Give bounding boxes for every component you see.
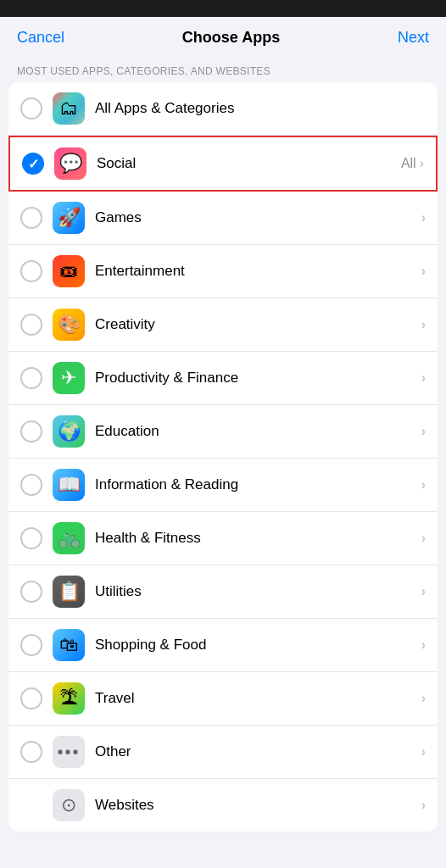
radio-education[interactable] bbox=[20, 420, 42, 442]
entertainment-icon: 🎟 bbox=[59, 260, 78, 282]
chevron-entertainment: › bbox=[421, 264, 426, 279]
list-item-information[interactable]: 📖 Information & Reading › bbox=[8, 459, 438, 512]
page-title: Choose Apps bbox=[182, 29, 280, 47]
label-social: Social bbox=[97, 155, 401, 172]
list-item-games[interactable]: 🚀 Games › bbox=[8, 192, 438, 245]
chevron-health: › bbox=[421, 531, 426, 546]
label-other: Other bbox=[95, 743, 421, 760]
icon-wrapper-games: 🚀 bbox=[53, 202, 85, 234]
label-all-apps: All Apps & Categories bbox=[95, 100, 426, 117]
compass-icon: ⊙ bbox=[61, 794, 76, 816]
icon-wrapper-websites: ⊙ bbox=[53, 789, 85, 821]
section-header: MOST USED APPS, CATEGORIES, AND WEBSITES bbox=[0, 55, 446, 82]
all-apps-icon: 🗂 bbox=[59, 97, 78, 120]
icon-wrapper-creativity: 🎨 bbox=[53, 309, 85, 341]
travel-icon: 🏝 bbox=[59, 687, 78, 709]
list-item-entertainment[interactable]: 🎟 Entertainment › bbox=[8, 245, 438, 298]
radio-information[interactable] bbox=[20, 474, 42, 496]
radio-shopping[interactable] bbox=[20, 634, 42, 656]
list-item-travel[interactable]: 🏝 Travel › bbox=[8, 672, 438, 726]
status-bar bbox=[0, 0, 446, 17]
label-websites: Websites bbox=[95, 797, 421, 814]
chevron-websites: › bbox=[421, 798, 426, 813]
list-item-health[interactable]: 🚲 Health & Fitness › bbox=[8, 512, 438, 565]
chevron-utilities: › bbox=[421, 584, 426, 599]
icon-wrapper-travel: 🏝 bbox=[53, 682, 85, 715]
information-icon: 📖 bbox=[58, 474, 81, 496]
icon-wrapper-all-apps: 🗂 bbox=[53, 92, 85, 125]
icon-wrapper-entertainment: 🎟 bbox=[53, 255, 85, 287]
icon-wrapper-health: 🚲 bbox=[53, 522, 85, 554]
chevron-information: › bbox=[421, 477, 426, 492]
icon-wrapper-shopping: 🛍 bbox=[53, 629, 85, 661]
cancel-button[interactable]: Cancel bbox=[17, 29, 64, 47]
shopping-icon: 🛍 bbox=[59, 634, 78, 656]
chevron-social: › bbox=[420, 156, 424, 171]
chevron-games: › bbox=[421, 210, 426, 225]
icon-wrapper-other: ••• bbox=[53, 736, 85, 768]
chevron-education: › bbox=[421, 424, 426, 439]
label-health: Health & Fitness bbox=[95, 530, 421, 547]
list-item-all-apps[interactable]: 🗂 All Apps & Categories bbox=[8, 82, 438, 136]
radio-other[interactable] bbox=[20, 741, 42, 763]
label-creativity: Creativity bbox=[95, 316, 421, 333]
categories-list: 🗂 All Apps & Categories 💬 Social All › 🚀… bbox=[8, 82, 438, 832]
utilities-icon: 📋 bbox=[58, 581, 81, 603]
icon-wrapper-productivity: ✈ bbox=[53, 362, 85, 394]
chevron-travel: › bbox=[421, 691, 426, 706]
radio-games[interactable] bbox=[20, 207, 42, 229]
games-icon: 🚀 bbox=[58, 207, 81, 229]
list-item-websites[interactable]: ⊙ Websites › bbox=[8, 779, 438, 832]
icon-wrapper-social: 💬 bbox=[54, 147, 86, 180]
education-icon: 🌍 bbox=[58, 420, 81, 442]
radio-utilities[interactable] bbox=[20, 581, 42, 603]
chevron-creativity: › bbox=[421, 317, 426, 332]
chevron-shopping: › bbox=[421, 637, 426, 653]
chevron-other: › bbox=[421, 744, 426, 760]
label-education: Education bbox=[95, 423, 421, 440]
nav-bar: Cancel Choose Apps Next bbox=[0, 17, 446, 55]
radio-creativity[interactable] bbox=[20, 314, 42, 336]
radio-social[interactable] bbox=[22, 153, 44, 175]
list-item-utilities[interactable]: 📋 Utilities › bbox=[8, 565, 438, 619]
radio-productivity[interactable] bbox=[20, 367, 42, 389]
label-games: Games bbox=[95, 209, 421, 226]
health-icon: 🚲 bbox=[58, 527, 81, 549]
radio-health[interactable] bbox=[20, 527, 42, 549]
next-button[interactable]: Next bbox=[398, 29, 429, 47]
radio-entertainment[interactable] bbox=[20, 260, 42, 282]
list-item-social[interactable]: 💬 Social All › bbox=[8, 136, 438, 192]
label-information: Information & Reading bbox=[95, 476, 421, 493]
label-utilities: Utilities bbox=[95, 583, 421, 600]
label-productivity: Productivity & Finance bbox=[95, 370, 421, 387]
creativity-icon: 🎨 bbox=[58, 314, 81, 336]
other-icon: ••• bbox=[57, 743, 80, 762]
label-shopping: Shopping & Food bbox=[95, 637, 421, 654]
list-item-productivity[interactable]: ✈ Productivity & Finance › bbox=[8, 352, 438, 405]
list-item-creativity[interactable]: 🎨 Creativity › bbox=[8, 298, 438, 352]
list-item-education[interactable]: 🌍 Education › bbox=[8, 405, 438, 459]
radio-all-apps[interactable] bbox=[20, 97, 42, 120]
icon-wrapper-education: 🌍 bbox=[53, 415, 85, 448]
badge-social: All bbox=[401, 156, 416, 171]
radio-travel[interactable] bbox=[20, 687, 42, 709]
label-entertainment: Entertainment bbox=[95, 263, 421, 280]
label-travel: Travel bbox=[95, 690, 421, 707]
list-item-other[interactable]: ••• Other › bbox=[8, 726, 438, 779]
list-item-shopping[interactable]: 🛍 Shopping & Food › bbox=[8, 619, 438, 672]
icon-wrapper-utilities: 📋 bbox=[53, 576, 85, 608]
social-icon: 💬 bbox=[59, 153, 82, 175]
icon-wrapper-information: 📖 bbox=[53, 469, 85, 501]
productivity-icon: ✈ bbox=[61, 367, 76, 389]
chevron-productivity: › bbox=[421, 370, 426, 386]
